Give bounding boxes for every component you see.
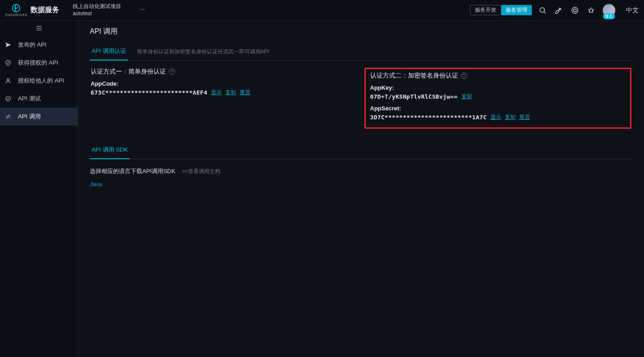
brand-icon [11,3,21,13]
bug-icon[interactable] [587,6,596,15]
auth-method-1: 认证方式一：简单身份认证 ? AppCode: 673C************… [90,66,359,131]
svg-point-5 [7,78,9,81]
project-line1: 线上自动化测试项目 [73,3,121,10]
appsecret-label: AppSecret: [370,105,626,112]
chevron-down-icon: ﹀ [139,6,145,14]
main-content: API 调用 API 调用认证 简单身份认证和加密签名身份认证任选其一即可调用A… [78,21,644,357]
wrench-icon[interactable] [554,6,563,15]
appsecret-value: 3D7C************************1A7C [370,114,487,121]
sdk-prompt: 选择相应的语言下载API调用SDK [90,167,175,175]
appsecret-reset[interactable]: 重置 [519,113,530,121]
appcode-reset[interactable]: 重置 [240,89,250,96]
svg-point-2 [572,7,578,13]
sidebar-item-published-api[interactable]: 发布的 API [0,36,78,54]
paper-plane-icon [4,41,12,48]
appcode-label: AppCode: [91,80,358,87]
brand-logo[interactable]: DataWorks [5,3,27,17]
help-icon[interactable]: ? [461,73,467,79]
user-badge: 答主 [603,13,615,19]
appcode-value: 673C************************AEF4 [91,89,207,96]
brand-subtitle: DataWorks [5,13,27,17]
appsecret-copy[interactable]: 复制 [505,113,516,121]
sidebar-item-api-call[interactable]: API 调用 [0,108,78,126]
sdk-tabs: API 调用 SDK [90,141,632,159]
user-avatar[interactable]: 答主 [603,4,615,17]
highlight-box: 认证方式二：加密签名身份认证 ? AppKey: 07D+T/yKSNpTlvR… [364,68,632,129]
sidebar-item-label: 发布的 API [18,41,47,49]
svg-point-4 [589,9,593,13]
appkey-label: AppKey: [370,84,626,91]
tab-api-sdk[interactable]: API 调用 SDK [90,141,130,159]
search-icon[interactable] [538,6,547,15]
auth1-title: 认证方式一：简单身份认证 [91,68,166,76]
sidebar: 发布的 API 获得授权的 API 授权给他人的 API API 测试 API … [0,21,78,357]
tab-auth-note: 简单身份认证和加密签名身份认证任选其一即可调用API [137,48,269,60]
sdk-java-link[interactable]: Java [90,181,102,187]
svg-point-6 [6,96,11,101]
project-line2: autotest [73,10,121,17]
nav-tab-mgmt[interactable]: 服务管理 [501,5,532,15]
svg-point-1 [540,8,545,13]
help-icon[interactable]: ? [169,69,175,75]
sidebar-item-api-test[interactable]: API 测试 [0,90,78,108]
sidebar-item-label: API 调用 [18,113,41,121]
headset-icon[interactable] [570,6,579,15]
sidebar-item-label: 获得授权的 API [18,59,58,67]
sidebar-collapse[interactable] [0,21,78,36]
swap-icon [4,113,12,120]
auth-method-2: 认证方式二：加密签名身份认证 ? AppKey: 07D+T/yKSNpTlvR… [364,66,633,131]
auth-tabs: API 调用认证 简单身份认证和加密签名身份认证任选其一即可调用API [90,43,632,61]
nav-tab-dev[interactable]: 服务开发 [470,5,501,15]
user-icon [4,77,12,84]
sidebar-item-authorized-api[interactable]: 获得授权的 API [0,54,78,72]
project-selector[interactable]: 线上自动化测试项目 autotest ﹀ [73,3,145,17]
check-circle-icon [4,95,12,102]
appkey-value: 07D+T/yKSNpTlvRlCSBvjw== [370,93,458,100]
svg-point-3 [574,9,576,12]
auth2-title: 认证方式二：加密签名身份认证 [370,72,458,80]
sidebar-item-label: 授权给他人的 API [18,77,64,85]
appcode-show[interactable]: 显示 [211,89,222,96]
app-title: 数据服务 [31,5,59,15]
sidebar-item-grant-api[interactable]: 授权给他人的 API [0,72,78,90]
tab-api-auth[interactable]: API 调用认证 [90,43,128,61]
sdk-doc-link[interactable]: >>查看调用文档 [182,168,220,175]
appcode-copy[interactable]: 复制 [225,89,236,96]
top-bar: DataWorks 数据服务 线上自动化测试项目 autotest ﹀ 服务开发… [0,0,644,21]
shield-check-icon [4,59,12,66]
appkey-copy[interactable]: 复制 [461,93,472,100]
page-title: API 调用 [90,27,632,36]
appsecret-show[interactable]: 显示 [491,113,501,121]
language-toggle[interactable]: 中文 [626,6,639,14]
sidebar-item-label: API 测试 [18,95,41,103]
